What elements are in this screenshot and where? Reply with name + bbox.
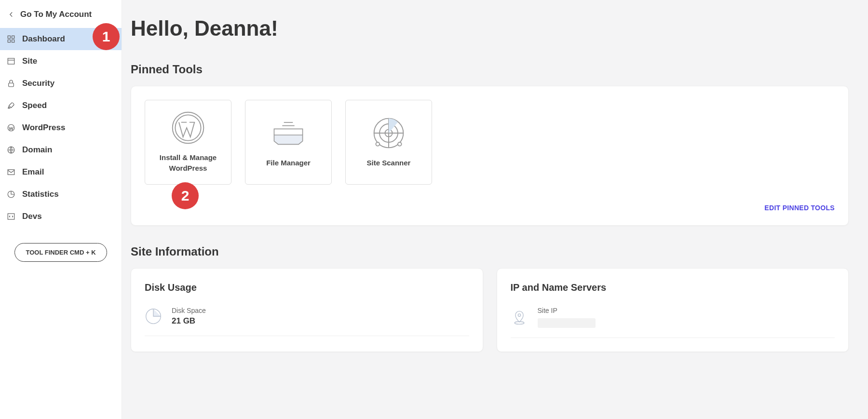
sidebar-item-label: Email xyxy=(22,167,44,177)
svg-rect-5 xyxy=(9,83,14,87)
edit-pinned-tools-link[interactable]: EDIT PINNED TOOLS xyxy=(145,204,835,212)
svg-point-16 xyxy=(376,142,380,146)
svg-point-19 xyxy=(518,314,520,316)
sidebar-item-site[interactable]: Site xyxy=(0,50,122,72)
svg-rect-1 xyxy=(12,36,14,38)
sidebar-item-domain[interactable]: Domain xyxy=(0,139,122,161)
wordpress-icon xyxy=(7,123,15,132)
tool-label: Site Scanner xyxy=(367,158,411,168)
svg-point-12 xyxy=(175,115,201,141)
arrow-left-icon xyxy=(7,10,15,19)
sidebar-item-wordpress[interactable]: WordPress xyxy=(0,117,122,139)
site-ip-value-redacted xyxy=(538,318,596,328)
code-icon xyxy=(7,212,15,221)
disk-usage-card: Disk Usage Disk Space 21 GB xyxy=(131,268,483,352)
ip-card-title: IP and Name Servers xyxy=(511,282,835,293)
filemanager-big-icon xyxy=(270,116,307,150)
svg-rect-10 xyxy=(8,214,14,219)
site-ip-label: Site IP xyxy=(538,307,596,314)
pie-chart-icon xyxy=(145,308,162,325)
sidebar-item-label: Site xyxy=(22,56,37,66)
sidebar-item-label: Domain xyxy=(22,145,52,155)
annotation-marker-2: 2 xyxy=(172,182,199,209)
svg-rect-8 xyxy=(8,170,14,175)
sidebar-item-statistics[interactable]: Statistics xyxy=(0,183,122,205)
sidebar: Go To My Account Dashboard Site Security… xyxy=(0,0,122,419)
annotation-marker-1: 1 xyxy=(93,23,120,50)
scanner-big-icon xyxy=(370,116,407,150)
svg-rect-3 xyxy=(12,40,14,42)
site-info-title: Site Information xyxy=(131,245,849,258)
rocket-icon xyxy=(7,101,15,110)
svg-rect-0 xyxy=(8,36,10,38)
disk-space-row: Disk Space 21 GB xyxy=(145,307,469,336)
svg-point-17 xyxy=(398,142,402,146)
sidebar-item-label: Security xyxy=(22,79,54,88)
sidebar-item-speed[interactable]: Speed xyxy=(0,95,122,117)
tool-label: File Manager xyxy=(266,158,311,168)
globe-icon xyxy=(7,146,15,154)
sidebar-item-security[interactable]: Security xyxy=(0,72,122,95)
main-content: Hello, Deanna! Pinned Tools Install & Ma… xyxy=(122,0,868,419)
location-pin-icon xyxy=(511,309,528,326)
tool-label: Install & Manage WordPress xyxy=(151,152,225,174)
site-info-row: Disk Usage Disk Space 21 GB IP and Name … xyxy=(131,268,849,352)
pinned-tools-card: Install & Manage WordPress File Manager xyxy=(131,86,849,226)
sidebar-item-label: WordPress xyxy=(22,123,65,133)
sidebar-item-label: Dashboard xyxy=(22,34,65,44)
pinned-tools-title: Pinned Tools xyxy=(131,63,849,76)
tool-card-file-manager[interactable]: File Manager xyxy=(245,100,332,185)
sidebar-item-email[interactable]: Email xyxy=(0,161,122,183)
wordpress-big-icon xyxy=(170,111,206,145)
page-greeting: Hello, Deanna! xyxy=(131,16,849,41)
sidebar-item-label: Speed xyxy=(22,101,47,110)
window-icon xyxy=(7,57,15,66)
lock-icon xyxy=(7,79,15,88)
svg-rect-4 xyxy=(8,58,14,64)
pie-icon xyxy=(7,190,15,199)
grid-icon xyxy=(7,35,15,43)
disk-usage-title: Disk Usage xyxy=(145,282,469,293)
tools-row: Install & Manage WordPress File Manager xyxy=(145,100,835,185)
disk-space-value: 21 GB xyxy=(172,316,206,326)
svg-point-11 xyxy=(173,112,204,144)
sidebar-item-devs[interactable]: Devs xyxy=(0,205,122,228)
tool-finder-label: TOOL FINDER CMD + K xyxy=(26,249,95,256)
tool-card-wordpress[interactable]: Install & Manage WordPress xyxy=(145,100,231,185)
sidebar-item-label: Statistics xyxy=(22,189,59,199)
sidebar-item-label: Devs xyxy=(22,212,42,221)
svg-rect-2 xyxy=(8,40,10,42)
go-to-account-label: Go To My Account xyxy=(20,10,92,19)
site-ip-row: Site IP xyxy=(511,307,835,338)
disk-space-label: Disk Space xyxy=(172,307,206,314)
tool-finder-button[interactable]: TOOL FINDER CMD + K xyxy=(14,243,107,262)
ip-card: IP and Name Servers Site IP xyxy=(497,268,849,352)
tool-card-site-scanner[interactable]: Site Scanner xyxy=(345,100,432,185)
envelope-icon xyxy=(7,168,15,176)
